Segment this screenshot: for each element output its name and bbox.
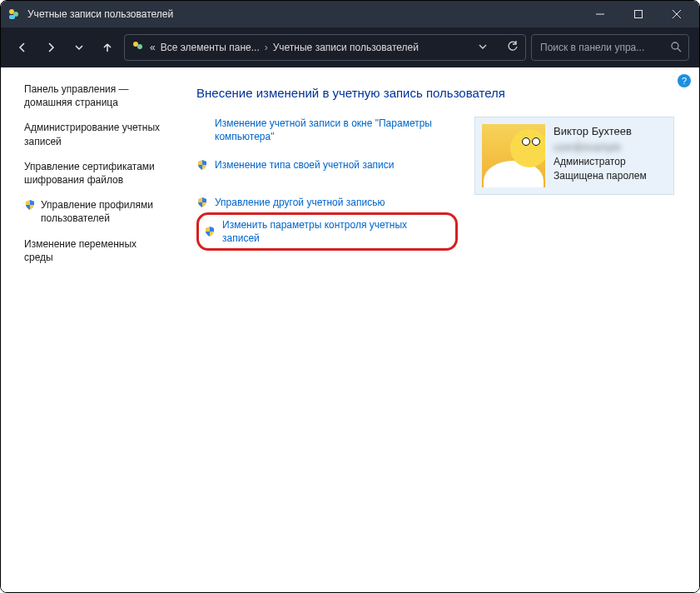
- svg-line-10: [678, 48, 681, 52]
- user-protected: Защищена паролем: [554, 169, 647, 183]
- breadcrumb-crumb-1[interactable]: Все элементы пане...: [161, 42, 260, 53]
- sidebar: Панель управления — домашняя страница Ад…: [1, 67, 180, 592]
- sidebar-item-env-vars[interactable]: Изменение переменных среды: [24, 237, 168, 264]
- up-button[interactable]: [96, 36, 119, 59]
- chevron-right-icon: ›: [265, 42, 268, 53]
- shield-icon: [196, 197, 208, 208]
- svg-point-9: [672, 42, 678, 49]
- titlebar: Учетные записи пользователей: [1, 1, 699, 27]
- svg-point-0: [9, 9, 14, 14]
- user-role: Администратор: [554, 155, 647, 169]
- sidebar-item-certificates[interactable]: Управление сертификатами шифрования файл…: [24, 160, 168, 187]
- sidebar-item-label: Управление профилями пользователей: [41, 198, 168, 225]
- sidebar-item-profiles[interactable]: Управление профилями пользователей: [24, 198, 168, 225]
- search-box[interactable]: [531, 34, 689, 61]
- shield-icon: [24, 199, 36, 211]
- page-title: Внесение изменений в учетную запись поль…: [196, 86, 674, 100]
- maximize-button[interactable]: [619, 1, 658, 27]
- forward-button[interactable]: [39, 36, 62, 59]
- action-change-account-type[interactable]: Изменение типа своей учетной записи: [196, 158, 458, 172]
- svg-point-8: [137, 44, 142, 49]
- help-button[interactable]: ?: [678, 74, 691, 87]
- svg-point-7: [133, 42, 138, 47]
- refresh-button[interactable]: [507, 41, 519, 55]
- user-card: Виктор Бухтеев user@example Администрато…: [474, 117, 674, 195]
- avatar: [482, 124, 545, 187]
- action-link[interactable]: Изменение типа своей учетной записи: [215, 158, 394, 172]
- action-uac-settings[interactable]: Изменить параметры контроля учетных запи…: [222, 218, 447, 245]
- user-name: Виктор Бухтеев: [554, 124, 647, 139]
- action-change-in-settings[interactable]: Изменение учетной записи в окне "Парамет…: [196, 117, 458, 143]
- app-icon: [7, 7, 21, 21]
- search-input[interactable]: [539, 41, 667, 54]
- main-panel: ? Внесение изменений в учетную запись по…: [180, 67, 699, 592]
- toolbar: « Все элементы пане... › Учетные записи …: [1, 27, 699, 67]
- action-link[interactable]: Изменение учетной записи в окне "Парамет…: [215, 117, 458, 143]
- user-email-masked: user@example: [554, 141, 647, 155]
- breadcrumb-dropdown-icon[interactable]: [479, 42, 487, 53]
- svg-rect-2: [9, 15, 15, 19]
- back-button[interactable]: [11, 36, 34, 59]
- shield-icon: [204, 226, 216, 237]
- action-uac-settings-highlight: Изменить параметры контроля учетных запи…: [196, 212, 458, 251]
- minimize-button[interactable]: [581, 1, 619, 27]
- search-icon[interactable]: [670, 41, 682, 55]
- breadcrumb-icon: [132, 40, 145, 56]
- recent-button[interactable]: [67, 36, 91, 59]
- sidebar-home-link[interactable]: Панель управления — домашняя страница: [24, 82, 168, 109]
- breadcrumb-overflow[interactable]: «: [150, 42, 156, 53]
- action-link[interactable]: Управление другой учетной записью: [215, 196, 385, 209]
- actions-list: Изменение учетной записи в окне "Парамет…: [196, 117, 458, 251]
- breadcrumb[interactable]: « Все элементы пане... › Учетные записи …: [124, 34, 526, 61]
- action-manage-other[interactable]: Управление другой учетной записью: [196, 196, 458, 209]
- sidebar-item-admin-accounts[interactable]: Администрирование учетных записей: [24, 121, 168, 147]
- content-area: Панель управления — домашняя страница Ад…: [1, 67, 699, 592]
- user-info: Виктор Бухтеев user@example Администрато…: [554, 124, 647, 183]
- window-title: Учетные записи пользователей: [27, 8, 173, 20]
- shield-icon: [196, 159, 208, 171]
- breadcrumb-crumb-2[interactable]: Учетные записи пользователей: [273, 42, 419, 53]
- svg-rect-4: [635, 11, 643, 18]
- close-button[interactable]: [658, 1, 696, 27]
